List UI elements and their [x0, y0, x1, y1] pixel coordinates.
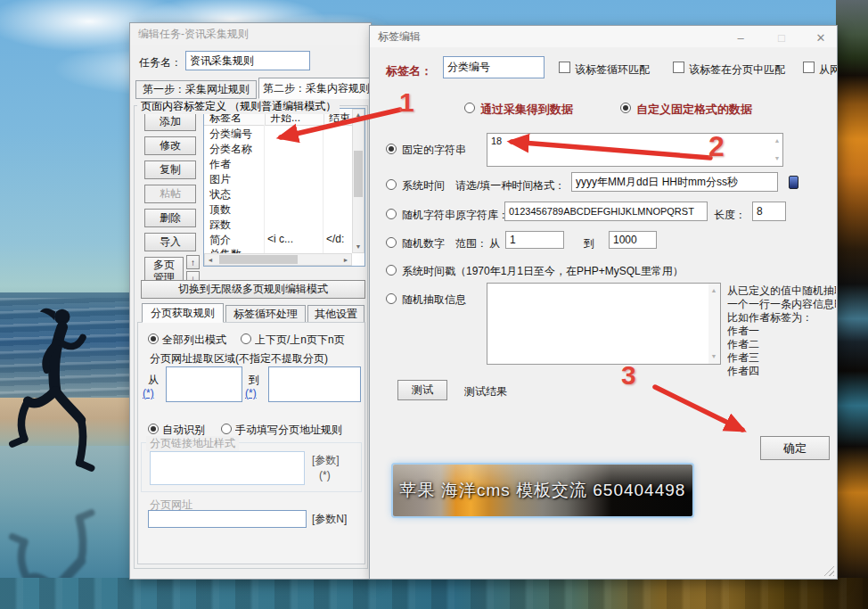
- hscroll-thumb[interactable]: [219, 255, 298, 264]
- button-label: 修改: [160, 138, 181, 153]
- range-from-input[interactable]: [505, 231, 564, 249]
- hint-line: 作者二: [727, 338, 836, 351]
- random-pick-textarea[interactable]: ▲ ▼: [487, 283, 721, 365]
- list-item-category-id[interactable]: 分类编号: [205, 126, 351, 141]
- banner-text: 苹果 海洋cms 模板交流 650404498: [393, 465, 692, 516]
- radio-manual-paging-rule[interactable]: [221, 424, 232, 434]
- radio-system-time[interactable]: [386, 179, 397, 190]
- radio-random-number[interactable]: [386, 237, 397, 248]
- copy-button[interactable]: 复制: [144, 160, 196, 179]
- tab-step2-content-rules[interactable]: 第二步：采集内容规则: [258, 78, 372, 99]
- tab-tag-loop[interactable]: 标签循环处理: [225, 305, 306, 323]
- scroll-left-icon[interactable]: ◄: [205, 255, 216, 266]
- char-bank-input[interactable]: [504, 202, 708, 221]
- page-link-group-title: 分页链接地址样式: [146, 436, 239, 451]
- runner-silhouette: [4, 301, 111, 490]
- scroll-up-icon[interactable]: ▲: [353, 110, 364, 120]
- page-link-pattern-input[interactable]: [150, 451, 305, 485]
- page-url-input[interactable]: [148, 510, 307, 528]
- cell-tagname: 图片: [209, 172, 231, 187]
- window-task-editor: 编辑任务-资讯采集规则 任务名： 第一步：采集网址规则 第二步：采集内容规则 页…: [129, 22, 372, 580]
- radio-data-from-collection[interactable]: [464, 103, 475, 113]
- scroll-up-icon[interactable]: ▲: [708, 285, 719, 296]
- scroll-right-icon[interactable]: ►: [340, 255, 351, 266]
- vscroll-thumb[interactable]: [354, 151, 363, 197]
- minimize-button[interactable]: –: [728, 29, 753, 47]
- radio-list-all-mode[interactable]: [148, 333, 159, 344]
- list-hscrollbar[interactable]: ◄ ►: [204, 253, 352, 266]
- titlebar[interactable]: 标签编辑: [370, 26, 837, 47]
- from-wildcard-link[interactable]: (*): [143, 387, 154, 399]
- fixed-string-value: 18: [491, 136, 502, 146]
- radio-label: 随机字符串: [402, 208, 455, 223]
- list-item-image[interactable]: 图片: [205, 171, 351, 186]
- list-item-summary[interactable]: 简介 <i c... </d:: [205, 232, 351, 247]
- time-format-input[interactable]: [571, 172, 778, 192]
- extract-to-input[interactable]: [268, 366, 361, 402]
- task-name-label: 任务名：: [139, 55, 182, 70]
- fixed-string-textarea[interactable]: 18 ▲ ▼: [487, 133, 783, 167]
- maximize-button[interactable]: □: [769, 29, 794, 47]
- to-wildcard-link[interactable]: (*): [245, 387, 257, 399]
- cell-tagname: 顶数: [209, 202, 231, 218]
- list-vscrollbar[interactable]: ▲ ▼: [352, 109, 364, 253]
- scroll-down-icon[interactable]: ▼: [772, 153, 782, 164]
- checkbox-label: 该标签循环匹配: [575, 62, 650, 78]
- radio-random-pick[interactable]: [386, 293, 397, 304]
- list-item-dislikes[interactable]: 踩数: [205, 217, 351, 232]
- test-button[interactable]: 测试: [397, 380, 447, 400]
- tab-step1-url-rules[interactable]: 第一步：采集网址规则: [135, 80, 257, 99]
- task-name-input[interactable]: [185, 51, 310, 70]
- delete-button[interactable]: 删除: [144, 209, 196, 227]
- cliff-rocks: [836, 0, 868, 580]
- tag-name-label: 标签名：: [386, 63, 432, 79]
- resize-grip[interactable]: [823, 565, 834, 576]
- radio-random-string[interactable]: [386, 209, 397, 219]
- scroll-up-icon[interactable]: ▲: [772, 136, 782, 146]
- import-button[interactable]: 导入: [144, 233, 196, 251]
- range-from-label: 从: [489, 236, 500, 251]
- time-format-picker-icon[interactable]: [789, 176, 798, 189]
- button-label: 确定: [783, 440, 807, 457]
- close-button[interactable]: ✕: [808, 29, 833, 47]
- hint-line: 从已定义的值中随机抽取: [727, 284, 836, 298]
- extract-from-input[interactable]: [166, 366, 242, 402]
- tab-label: 第一步：采集网址规则: [143, 82, 250, 97]
- paste-button[interactable]: 粘帖: [144, 185, 196, 203]
- content-tag-group-title: 页面内容标签定义 （规则普通编辑模式）: [137, 99, 340, 114]
- tag-name-input[interactable]: [443, 56, 545, 78]
- radio-label: 自定义固定格式的数据: [636, 102, 752, 118]
- radio-prev-next-mode[interactable]: [241, 333, 251, 344]
- hint-line: 作者三: [727, 351, 836, 365]
- scroll-down-icon[interactable]: ▼: [353, 242, 364, 252]
- tab-other-settings[interactable]: 其他设置: [307, 305, 364, 323]
- pick-vscrollbar[interactable]: ▲ ▼: [708, 284, 720, 364]
- tab-paging-rules[interactable]: 分页获取规则: [142, 303, 224, 323]
- cell-tagname: 状态: [209, 187, 231, 202]
- length-input[interactable]: [752, 202, 786, 221]
- switch-mode-button[interactable]: 切换到无限级多页规则编辑模式: [141, 280, 365, 299]
- radio-fixed-string[interactable]: [386, 144, 397, 154]
- move-up-button[interactable]: ↑: [186, 255, 200, 269]
- list-item-category-name[interactable]: 分类名称: [205, 141, 351, 156]
- radio-timestamp[interactable]: [386, 265, 397, 276]
- list-item-likes[interactable]: 顶数: [205, 202, 351, 217]
- modify-button[interactable]: 修改: [144, 136, 196, 155]
- cell-end: </d:: [326, 233, 344, 245]
- radio-label: 随机数字: [402, 236, 445, 251]
- close-icon: ✕: [816, 31, 826, 45]
- checkbox-loop-match[interactable]: [559, 62, 570, 73]
- ok-button[interactable]: 确定: [760, 436, 830, 460]
- annotation-number-3: 3: [621, 360, 636, 391]
- radio-custom-fixed-format[interactable]: [620, 103, 631, 113]
- scroll-down-icon[interactable]: ▼: [708, 351, 719, 362]
- radio-auto-detect[interactable]: [148, 424, 159, 434]
- range-to-input[interactable]: [609, 231, 657, 249]
- add-button[interactable]: 添加: [144, 112, 196, 131]
- checkbox-from-url[interactable]: [803, 62, 815, 73]
- checkbox-match-in-paging[interactable]: [673, 62, 684, 73]
- list-item-author[interactable]: 作者: [205, 156, 351, 171]
- titlebar[interactable]: 编辑任务-资讯采集规则: [130, 23, 371, 45]
- to-label: 到: [249, 373, 259, 388]
- list-item-status[interactable]: 状态: [205, 186, 351, 202]
